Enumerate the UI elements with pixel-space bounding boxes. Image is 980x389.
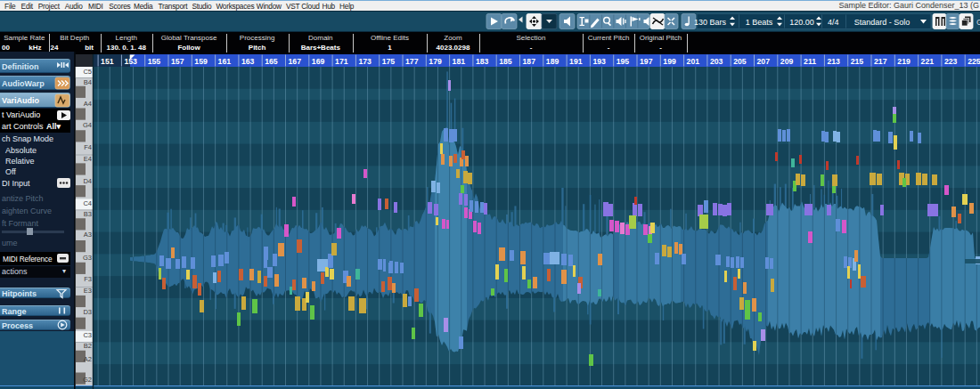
svg-text:173: 173 bbox=[358, 57, 372, 66]
svg-text:120.00: 120.00 bbox=[789, 18, 814, 27]
svg-text:165: 165 bbox=[265, 57, 278, 66]
svg-text:A2: A2 bbox=[84, 355, 92, 363]
svg-text:G4: G4 bbox=[83, 121, 92, 129]
svg-text:A4: A4 bbox=[84, 100, 92, 108]
svg-text:219: 219 bbox=[897, 57, 911, 66]
svg-text:225: 225 bbox=[968, 57, 980, 66]
svg-text:183: 183 bbox=[476, 57, 489, 66]
svg-text:211: 211 bbox=[804, 57, 816, 66]
svg-text:4/4: 4/4 bbox=[828, 18, 839, 27]
svg-text:155: 155 bbox=[148, 57, 161, 66]
svg-text:G2: G2 bbox=[83, 376, 92, 384]
svg-text:167: 167 bbox=[289, 57, 302, 66]
svg-text:F3: F3 bbox=[84, 275, 92, 283]
svg-text:185: 185 bbox=[499, 57, 512, 66]
svg-text:151: 151 bbox=[101, 57, 114, 66]
svg-text:A3: A3 bbox=[84, 231, 92, 239]
svg-text:C4: C4 bbox=[83, 199, 92, 207]
svg-text:159: 159 bbox=[194, 57, 208, 66]
svg-text:G: G bbox=[976, 18, 980, 27]
svg-text:B3: B3 bbox=[84, 210, 92, 218]
svg-text:195: 195 bbox=[617, 57, 630, 66]
svg-text:157: 157 bbox=[171, 57, 184, 66]
svg-text:221: 221 bbox=[921, 57, 935, 66]
svg-text:B4: B4 bbox=[84, 78, 92, 86]
svg-text:203: 203 bbox=[710, 57, 723, 66]
svg-text:C5: C5 bbox=[83, 68, 92, 76]
svg-text:199: 199 bbox=[663, 57, 676, 66]
svg-text:217: 217 bbox=[874, 57, 887, 66]
svg-text:209: 209 bbox=[780, 57, 794, 66]
svg-text:163: 163 bbox=[241, 57, 255, 66]
svg-text:215: 215 bbox=[851, 57, 864, 66]
svg-text:169: 169 bbox=[312, 57, 325, 66]
svg-text:E3: E3 bbox=[84, 287, 92, 295]
svg-text:189: 189 bbox=[546, 57, 559, 66]
svg-text:D3: D3 bbox=[83, 308, 92, 316]
svg-text:207: 207 bbox=[757, 57, 771, 66]
svg-text:161: 161 bbox=[218, 57, 232, 66]
svg-text:175: 175 bbox=[382, 57, 396, 66]
svg-text:1 Beats: 1 Beats bbox=[746, 18, 773, 27]
svg-text:B2: B2 bbox=[84, 342, 92, 350]
svg-text:E4: E4 bbox=[84, 155, 92, 163]
svg-text:130 Bars: 130 Bars bbox=[694, 18, 727, 27]
svg-text:Standard - Solo: Standard - Solo bbox=[854, 18, 911, 27]
svg-text:197: 197 bbox=[640, 57, 653, 66]
svg-text:223: 223 bbox=[944, 57, 958, 66]
svg-text:G3: G3 bbox=[83, 254, 92, 262]
svg-text:177: 177 bbox=[405, 57, 419, 66]
svg-text:191: 191 bbox=[569, 57, 583, 66]
svg-text:179: 179 bbox=[429, 57, 442, 66]
svg-text:181: 181 bbox=[453, 57, 466, 66]
svg-text:187: 187 bbox=[523, 57, 536, 66]
svg-text:F4: F4 bbox=[84, 143, 92, 151]
svg-text:193: 193 bbox=[592, 57, 606, 66]
svg-text:C3: C3 bbox=[83, 331, 92, 339]
svg-text:205: 205 bbox=[733, 57, 747, 66]
svg-text:201: 201 bbox=[687, 57, 700, 66]
svg-text:D4: D4 bbox=[83, 177, 92, 185]
svg-text:171: 171 bbox=[335, 57, 348, 66]
svg-text:213: 213 bbox=[827, 57, 840, 66]
